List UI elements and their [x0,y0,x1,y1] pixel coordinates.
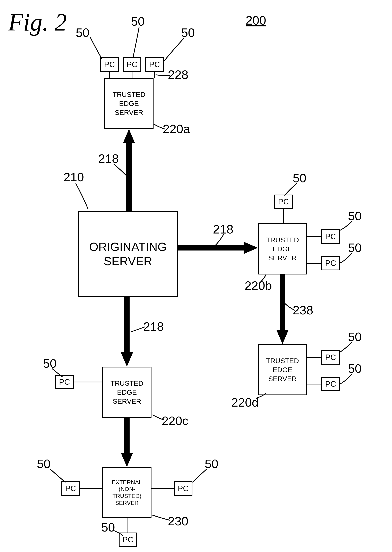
pc-label: PC [278,198,289,206]
pc-label: PC [325,380,336,389]
trusted-edge-server-d: TRUSTED EDGE SERVER [258,344,307,395]
pc-box: PC [61,481,80,496]
svg-marker-2 [123,129,135,143]
connectors-overlay [0,0,392,552]
ref-220b: 220b [245,279,272,293]
pc-box: PC [174,481,192,496]
originating-server-label: ORIGINATING SERVER [89,240,167,268]
ref-218: 218 [98,152,119,166]
trusted-edge-server-b: TRUSTED EDGE SERVER [258,223,307,275]
ref-50: 50 [348,241,362,255]
pc-label: PC [325,232,336,241]
ref-238: 238 [293,303,313,317]
pc-label: PC [149,60,160,69]
ref-50: 50 [76,26,90,40]
svg-marker-10 [121,453,133,467]
external-server: EXTERNAL (NON- TRUSTED) SERVER [102,467,152,518]
ref-50: 50 [43,356,57,370]
ref-220a: 220a [163,122,190,136]
ref-50: 50 [131,14,145,28]
pc-box: PC [145,57,164,72]
svg-marker-8 [276,330,289,344]
external-server-label: (NON- [107,486,147,493]
trusted-edge-server-c-label: TRUSTED EDGE SERVER [108,379,146,406]
external-server-label: TRUSTED) [107,493,147,500]
pc-label: PC [178,484,189,493]
pc-box: PC [100,57,119,72]
ref-50: 50 [293,171,307,185]
ref-210: 210 [63,170,84,184]
trusted-edge-server-a: TRUSTED EDGE SERVER [105,78,154,129]
pc-label: PC [104,60,115,69]
ref-220d: 220d [231,395,259,410]
ref-230: 230 [168,514,188,528]
figure-title: Fig. 2 [8,8,67,36]
svg-marker-4 [244,242,258,254]
pc-label: PC [65,484,76,493]
trusted-edge-server-a-label: TRUSTED EDGE SERVER [110,90,148,117]
pc-label: PC [325,259,336,268]
pc-box: PC [321,229,340,244]
external-server-label: EXTERNAL [107,479,147,486]
pc-label: PC [59,378,70,387]
pc-label: PC [123,535,133,544]
ref-220c: 220c [162,414,188,428]
pc-box: PC [321,256,340,270]
pc-box: PC [119,532,137,547]
pc-box: PC [321,350,340,365]
ref-50: 50 [181,26,195,40]
trusted-edge-server-b-label: TRUSTED EDGE SERVER [263,235,301,262]
trusted-edge-server-d-label: TRUSTED EDGE SERVER [263,356,301,383]
ref-228: 228 [168,68,188,82]
pc-label: PC [325,353,336,362]
ref-218: 218 [213,222,233,236]
pc-box: PC [55,375,74,389]
ref-50: 50 [348,330,362,344]
pc-box: PC [274,195,293,209]
ref-218: 218 [143,319,164,334]
ref-50: 50 [348,361,362,376]
ref-50: 50 [348,209,362,223]
pc-box: PC [123,57,141,72]
svg-marker-6 [121,352,133,367]
external-server-label-wrap: EXTERNAL (NON- TRUSTED) SERVER [107,479,147,506]
ref-50: 50 [101,520,115,534]
diagram-canvas: Fig. 2 200 ORIGINATING SERVER TRUSTED ED… [0,0,392,552]
originating-server: ORIGINATING SERVER [78,211,178,297]
external-server-label: SERVER [107,500,147,507]
pc-label: PC [127,60,138,69]
ref-50: 50 [205,457,218,471]
ref-200: 200 [246,13,266,28]
trusted-edge-server-c: TRUSTED EDGE SERVER [102,367,152,418]
pc-box: PC [321,377,340,391]
ref-50: 50 [37,457,50,471]
